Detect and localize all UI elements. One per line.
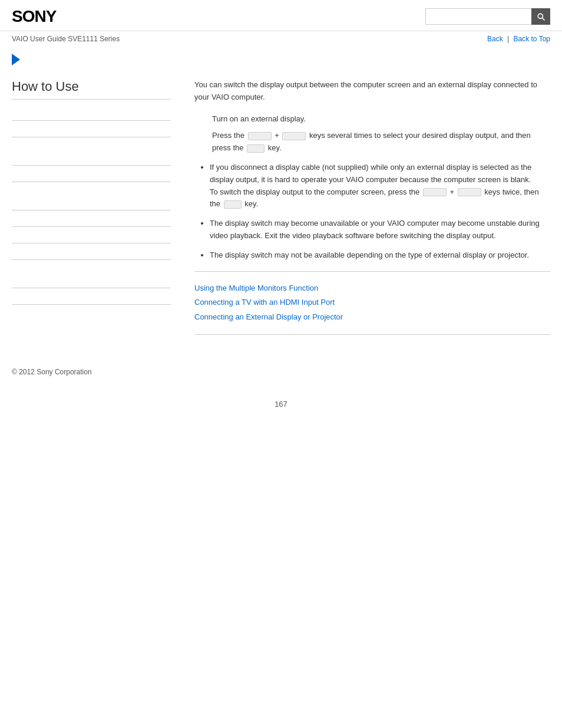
sidebar-item[interactable] bbox=[12, 272, 171, 288]
sidebar-spacer bbox=[12, 182, 171, 194]
nav-separator: | bbox=[507, 35, 509, 43]
divider-1 bbox=[194, 271, 550, 272]
key-enter bbox=[247, 144, 265, 153]
sidebar-item[interactable] bbox=[12, 194, 171, 210]
step-2-prefix: Press the bbox=[212, 131, 244, 140]
guide-title: VAIO User Guide SVE1111 Series bbox=[12, 35, 120, 43]
footer: © 2012 Sony Corporation bbox=[0, 356, 562, 388]
step-1: Turn on an external display. bbox=[212, 113, 550, 126]
search-button[interactable] bbox=[531, 8, 550, 25]
content-area: You can switch the display output betwee… bbox=[183, 79, 550, 344]
back-link[interactable]: Back bbox=[487, 35, 503, 43]
sidebar-item[interactable] bbox=[12, 227, 171, 243]
sidebar: How to Use bbox=[12, 79, 183, 344]
intro-text: You can switch the display output betwee… bbox=[194, 79, 550, 104]
sidebar-title: How to Use bbox=[12, 79, 171, 100]
related-link-1[interactable]: Using the Multiple Monitors Function bbox=[194, 281, 550, 296]
step-block: Turn on an external display. Press the +… bbox=[212, 113, 550, 154]
related-link-2[interactable]: Connecting a TV with an HDMI Input Port bbox=[194, 295, 550, 310]
key-enter-2 bbox=[224, 200, 242, 209]
step-2: Press the + keys several times to select… bbox=[212, 130, 550, 154]
sidebar-spacer bbox=[12, 137, 171, 149]
divider-2 bbox=[194, 334, 550, 335]
sidebar-item[interactable] bbox=[12, 149, 171, 166]
header: SONY bbox=[0, 0, 562, 31]
step-2-suffix: key. bbox=[268, 143, 282, 152]
back-to-top-link[interactable]: Back to Top bbox=[514, 35, 550, 43]
related-link-3[interactable]: Connecting an External Display or Projec… bbox=[194, 310, 550, 325]
page-number: 167 bbox=[0, 388, 562, 426]
bullet-item-2: The display switch may become unavailabl… bbox=[210, 218, 550, 242]
sidebar-item[interactable] bbox=[12, 243, 171, 260]
sidebar-item[interactable] bbox=[12, 210, 171, 227]
copyright-text: © 2012 Sony Corporation bbox=[12, 368, 92, 376]
key-f7-2 bbox=[458, 188, 481, 196]
key-f7 bbox=[282, 132, 306, 140]
chevron-right-icon bbox=[12, 54, 20, 65]
search-area bbox=[425, 8, 550, 25]
key-fn bbox=[248, 132, 272, 140]
sidebar-spacer bbox=[12, 260, 171, 272]
sidebar-item[interactable] bbox=[12, 166, 171, 182]
step-1-label: Turn on an external display. bbox=[212, 114, 306, 123]
bullet-item-3: The display switch may not be available … bbox=[210, 249, 550, 262]
sidebar-item[interactable] bbox=[12, 288, 171, 305]
related-links: Using the Multiple Monitors Function Con… bbox=[194, 281, 550, 325]
key-fn-2 bbox=[423, 188, 447, 196]
search-input[interactable] bbox=[425, 8, 531, 25]
search-icon bbox=[536, 12, 546, 21]
sony-logo: SONY bbox=[12, 7, 56, 26]
step-2-plus: + bbox=[275, 131, 279, 140]
sidebar-item[interactable] bbox=[12, 104, 171, 121]
sidebar-item[interactable] bbox=[12, 121, 171, 137]
nav-bar: VAIO User Guide SVE1111 Series Back | Ba… bbox=[0, 31, 562, 47]
main-content: How to Use You can switch the display ou… bbox=[0, 67, 562, 356]
bullet-list: If you disconnect a display cable (not s… bbox=[200, 162, 550, 262]
bullet-item-1: If you disconnect a display cable (not s… bbox=[210, 162, 550, 210]
nav-links: Back | Back to Top bbox=[487, 35, 550, 43]
breadcrumb-arrow bbox=[0, 47, 562, 67]
